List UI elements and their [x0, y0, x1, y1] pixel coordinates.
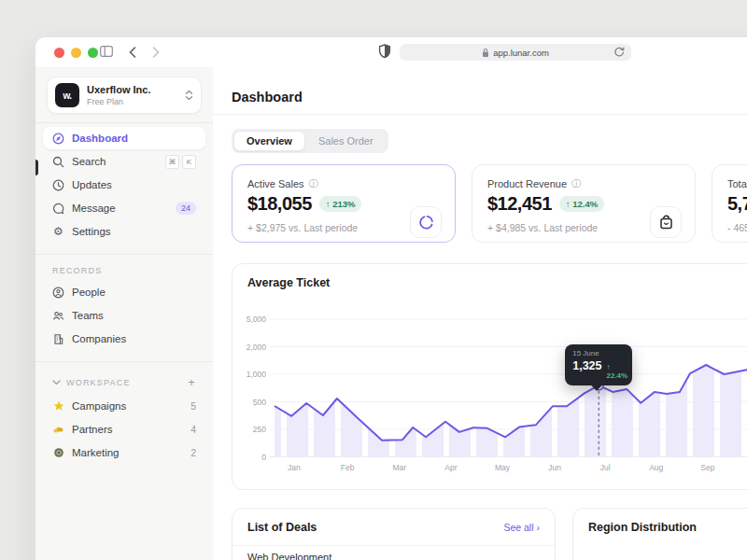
average-ticket-chart[interactable]: 02505001,0002,0005,000JanFebMarAprMayJun…	[233, 307, 747, 477]
sidebar-item-search[interactable]: Search ⌘ K	[43, 150, 205, 173]
target-icon	[52, 447, 64, 459]
average-ticket-card: Average Ticket 02505001,0002,0005,000Jan…	[232, 263, 747, 490]
region-distribution-card: Region Distribution	[572, 508, 747, 560]
main-content: Dashboard Overview Sales Order Active Sa…	[213, 67, 747, 560]
sidebar: w. Uxerflow Inc. Free Plan Dashboard	[35, 67, 214, 560]
deal-row[interactable]: Web Development	[247, 552, 331, 560]
privacy-shield-icon[interactable]	[378, 44, 391, 60]
x-tick-label: Apr	[444, 463, 457, 472]
chart-title: Average Ticket	[247, 276, 330, 289]
workspace-plan: Free Plan	[87, 97, 150, 106]
x-tick-label: Aug	[649, 463, 663, 472]
sidebar-item-campaigns[interactable]: Campaigns 5	[43, 395, 205, 417]
chat-bubble-icon	[52, 203, 64, 215]
clock-icon	[52, 179, 64, 191]
sidebar-item-label: People	[72, 287, 106, 298]
gear-icon: ⚙	[52, 226, 64, 238]
star-icon	[52, 400, 64, 413]
sidebar-item-settings[interactable]: ⚙ Settings	[43, 220, 205, 243]
stat-value: $18,055	[247, 193, 312, 215]
stat-card-total-deals[interactable]: Total Deals ⓘ 5,774 - 465 vs. Last perio…	[712, 164, 747, 243]
sidebar-item-label: Updates	[72, 179, 112, 190]
tooltip-change: ↑ 22.4%	[606, 363, 627, 380]
sidebar-nav: Dashboard Search ⌘ K Updates	[35, 123, 213, 243]
deals-divider	[233, 545, 555, 546]
workspace-switcher[interactable]: w. Uxerflow Inc. Free Plan	[47, 77, 202, 114]
search-shortcut: ⌘ K	[165, 155, 196, 169]
stat-value: $12,451	[487, 193, 552, 215]
y-tick-label: 1,000	[247, 370, 267, 379]
list-of-deals-card: List of Deals See all › Web Development	[232, 508, 556, 560]
x-tick-label: Jul	[600, 463, 611, 472]
building-icon	[52, 333, 64, 345]
records-section-label: RECORDS	[35, 255, 213, 281]
sidebar-item-updates[interactable]: Updates	[43, 174, 205, 196]
revenue-detail-button[interactable]	[650, 206, 682, 238]
change-badge: ↑ 12.4%	[559, 196, 604, 212]
back-icon[interactable]	[129, 47, 136, 58]
address-bar[interactable]: app.lunar.com	[400, 44, 631, 61]
workspace-section-label: WORKSPACE	[66, 378, 131, 387]
page-title: Dashboard	[232, 90, 303, 105]
x-tick-label: Jun	[548, 463, 561, 472]
sidebar-item-label: Search	[72, 156, 106, 167]
y-tick-label: 2,000	[247, 343, 267, 352]
tab-overview[interactable]: Overview	[233, 131, 305, 151]
message-count-badge: 24	[176, 202, 196, 215]
sidebar-item-label: Message	[72, 203, 116, 214]
minimize-window-button[interactable]	[71, 48, 81, 58]
sidebar-item-teams[interactable]: Teams	[43, 304, 205, 327]
workspace-name: Uxerflow Inc.	[87, 84, 150, 97]
y-tick-label: 250	[253, 425, 266, 434]
y-tick-label: 0	[261, 453, 266, 462]
records-list: People Teams Companies	[35, 281, 213, 350]
chevron-up-down-icon	[185, 90, 193, 101]
sidebar-item-people[interactable]: People	[43, 281, 205, 303]
forward-icon[interactable]	[152, 47, 160, 58]
compass-icon	[52, 133, 64, 145]
sidebar-item-message[interactable]: Message 24	[43, 197, 205, 219]
zoom-window-button[interactable]	[88, 48, 98, 58]
sidebar-item-label: Companies	[72, 333, 126, 344]
sidebar-item-marketing[interactable]: Marketing 2	[43, 441, 205, 464]
url-text: app.lunar.com	[493, 48, 549, 58]
sidebar-toggle-icon[interactable]	[100, 46, 113, 57]
sidebar-item-dashboard[interactable]: Dashboard	[43, 127, 205, 149]
users-icon	[52, 310, 64, 322]
close-window-button[interactable]	[54, 48, 64, 58]
region-title: Region Distribution	[588, 521, 697, 534]
handshake-icon	[52, 424, 64, 436]
chart-tooltip: 15 June 1,325 ↑ 22.4%	[565, 344, 632, 385]
tab-sales-order[interactable]: Sales Order	[305, 131, 387, 151]
stat-title: Active Sales	[247, 178, 304, 189]
stat-value: 5,774	[727, 193, 747, 215]
stat-title: Total Deals	[727, 178, 747, 189]
area-fill	[275, 365, 747, 457]
window-controls	[54, 48, 98, 58]
stat-card-active-sales[interactable]: Active Sales ⓘ $18,055 ↑ 213% + $2,975 v…	[232, 164, 456, 243]
sidebar-item-label: Partners	[72, 424, 112, 435]
workspace-section-header[interactable]: WORKSPACE +	[35, 362, 213, 395]
stat-subtitle: + $2,975 vs. Last periode	[247, 222, 358, 233]
stat-card-product-revenue[interactable]: Product Revenue ⓘ $12,451 ↑ 12.4% + $4,9…	[472, 164, 696, 243]
x-tick-label: May	[495, 463, 511, 472]
stat-subtitle: - 465 vs. Last periode	[727, 222, 747, 233]
sidebar-item-companies[interactable]: Companies	[43, 328, 205, 350]
tab-bar: Overview Sales Order	[232, 129, 388, 153]
y-tick-label: 500	[253, 398, 266, 407]
chevron-down-icon	[52, 380, 61, 385]
tooltip-value: 1,325	[572, 359, 601, 372]
workspace-list: Campaigns 5 Partners 4 Marketing 2	[35, 395, 213, 464]
sidebar-item-partners[interactable]: Partners 4	[43, 418, 205, 441]
reload-icon[interactable]	[613, 47, 625, 58]
pie-chart-icon	[418, 215, 434, 231]
sales-chart-button[interactable]	[410, 206, 442, 238]
add-workspace-icon[interactable]: +	[188, 375, 196, 389]
tooltip-date: 15 June	[572, 349, 625, 357]
active-item-indicator	[35, 160, 38, 175]
info-icon: ⓘ	[309, 177, 318, 190]
workspace-logo: w.	[55, 83, 79, 107]
browser-toolbar: app.lunar.com	[35, 37, 747, 67]
shopping-bag-icon	[658, 215, 674, 231]
see-all-link[interactable]: See all ›	[503, 522, 540, 533]
